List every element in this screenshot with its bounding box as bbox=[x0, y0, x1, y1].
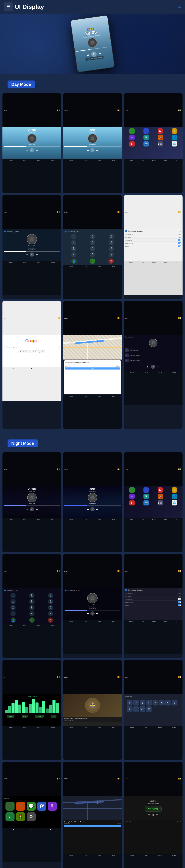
nm1-prev[interactable]: ⏮ bbox=[26, 508, 28, 510]
ncp-waze[interactable]: 🚦 bbox=[16, 812, 25, 821]
nag-app-more[interactable]: ●●● bbox=[158, 500, 163, 505]
dial-5[interactable]: 5JKL bbox=[90, 240, 95, 245]
nm2-progress[interactable] bbox=[64, 505, 121, 506]
nwv-btn-3[interactable]: TREBLE bbox=[35, 715, 44, 718]
sm1-progress[interactable] bbox=[4, 146, 60, 147]
nts-auto-answer[interactable]: Auto answer bbox=[125, 597, 181, 601]
nnav-turn-left[interactable]: ↖ bbox=[159, 700, 165, 706]
nbm-play[interactable]: ⏸ bbox=[90, 612, 95, 616]
nnav-center[interactable]: ◎ bbox=[146, 706, 152, 712]
app-vehiclecar[interactable]: 🚗 bbox=[158, 135, 163, 140]
hero-prev-button[interactable]: ⏮ bbox=[86, 53, 89, 57]
ncp-messages[interactable]: 💬 bbox=[27, 802, 36, 811]
nts-auto-connect-toggle[interactable] bbox=[178, 601, 181, 603]
app-browser[interactable]: 🌐 bbox=[172, 141, 177, 147]
nnav-left[interactable]: ← bbox=[146, 700, 152, 706]
nag-app-music[interactable]: 🎵 bbox=[129, 487, 135, 493]
dial-star[interactable]: * bbox=[71, 252, 76, 257]
app-settings[interactable]: ⚙ bbox=[172, 128, 177, 134]
nts-power[interactable]: Power bbox=[125, 604, 181, 607]
bts-auto-connect-toggle[interactable] bbox=[178, 242, 181, 244]
sm2-progress[interactable] bbox=[64, 146, 121, 147]
nag-app-phone[interactable]: 📞 bbox=[143, 487, 149, 493]
dial-0[interactable]: 0+ bbox=[90, 252, 95, 257]
app-more[interactable]: ●●● bbox=[158, 141, 163, 147]
nm2-prev[interactable]: ⏮ bbox=[87, 508, 89, 510]
nwv-btn-2[interactable]: MID bbox=[22, 715, 28, 718]
dial-2[interactable]: 2ABC bbox=[90, 234, 95, 239]
nnav-right[interactable]: → bbox=[133, 700, 139, 706]
sm2-play[interactable]: ⏸ bbox=[90, 148, 95, 152]
btm-prev[interactable]: ⏮ bbox=[26, 253, 28, 256]
sm2-next[interactable]: ⏭ bbox=[96, 149, 98, 152]
nnav-gps[interactable]: GPS bbox=[140, 706, 146, 712]
ncp-maps[interactable]: 🗺 bbox=[37, 802, 46, 811]
nm1-progress[interactable] bbox=[4, 505, 60, 506]
bts-power-toggle[interactable] bbox=[178, 245, 181, 247]
ndial-1[interactable]: 1 bbox=[10, 593, 16, 598]
ncp-phone[interactable]: 📞 bbox=[5, 802, 15, 811]
ndial-2[interactable]: 2ABC bbox=[29, 593, 34, 598]
sm2-prev[interactable]: ⏮ bbox=[87, 149, 89, 152]
nnp-next[interactable]: ⏭ bbox=[156, 813, 159, 816]
nnav-down[interactable]: ↓ bbox=[140, 700, 146, 706]
nbm-progress[interactable] bbox=[64, 610, 120, 611]
soc-play[interactable]: ⏸ bbox=[151, 365, 155, 369]
dial-6[interactable]: 6MNO bbox=[109, 240, 114, 245]
soc-prev[interactable]: ⏮ bbox=[147, 365, 150, 368]
nag-app-navi[interactable]: 🗺 bbox=[143, 494, 149, 499]
nm1-next[interactable]: ⏭ bbox=[35, 508, 38, 510]
ncp-music[interactable]: 🎵 bbox=[16, 802, 25, 811]
ndial-0[interactable]: 0 bbox=[29, 611, 34, 616]
nts-auto-connect[interactable]: Auto connect bbox=[125, 601, 181, 604]
nwv-btn-4[interactable]: EQ bbox=[51, 715, 56, 718]
nag-app-media[interactable]: ▶ bbox=[158, 487, 163, 493]
nph-hangup[interactable]: 📵 bbox=[48, 617, 53, 623]
ndial-hash[interactable]: # bbox=[48, 611, 53, 616]
google-search-btn[interactable]: Google Search bbox=[18, 350, 31, 353]
btp-contacts[interactable]: 👤 bbox=[71, 258, 77, 264]
app-youtube[interactable]: ▶ bbox=[129, 141, 135, 147]
nnav-home[interactable]: ⌂ bbox=[172, 700, 178, 706]
dial-3[interactable]: 3DEF bbox=[109, 234, 114, 239]
sm1-next[interactable]: ⏭ bbox=[35, 149, 38, 152]
btm-play[interactable]: ⏸ bbox=[30, 252, 34, 256]
nm2-play[interactable]: ⏸ bbox=[90, 507, 95, 511]
app-phone[interactable]: 📞 bbox=[143, 128, 149, 134]
ndial-9[interactable]: 9WXY bbox=[48, 605, 53, 610]
ncp-podcast[interactable]: 🎙 bbox=[48, 802, 57, 811]
nag-app-yt[interactable]: ▶ bbox=[129, 500, 135, 505]
dial-7[interactable]: 7PRS bbox=[71, 246, 76, 251]
nbm-prev[interactable]: ⏮ bbox=[87, 612, 89, 615]
ndial-3[interactable]: 3DEF bbox=[48, 593, 53, 598]
nnav-up[interactable]: ↑ bbox=[127, 700, 133, 706]
btm-next[interactable]: ⏭ bbox=[35, 253, 38, 256]
bts-power[interactable]: Power bbox=[125, 245, 181, 248]
bts-auto-connect[interactable]: Auto connect bbox=[125, 242, 181, 245]
nnav-zoom-in[interactable]: + bbox=[127, 706, 133, 712]
dial-1[interactable]: 1 bbox=[71, 234, 76, 239]
nnav-turn-right[interactable]: ↗ bbox=[153, 700, 158, 706]
ndial-star[interactable]: * bbox=[10, 611, 16, 616]
nph-contacts[interactable]: 👤 bbox=[10, 617, 16, 623]
ndial-4[interactable]: 4GHI bbox=[10, 599, 16, 604]
google-search-bar[interactable]: Search or type URL bbox=[4, 345, 60, 349]
app-telegram[interactable]: ✈ bbox=[129, 135, 135, 140]
nm2-next[interactable]: ⏭ bbox=[96, 508, 98, 510]
dial-hash[interactable]: # bbox=[109, 252, 114, 257]
ncp-settings[interactable]: ⚙ bbox=[27, 812, 36, 821]
soc-track-2[interactable]: ♫ 华乐_同乐_2.mp3 bbox=[125, 353, 181, 358]
nav-go-button[interactable]: GO bbox=[65, 367, 120, 370]
btp-call[interactable]: 📞 bbox=[90, 258, 95, 264]
nbm-next[interactable]: ⏭ bbox=[96, 612, 98, 615]
app-music[interactable]: 🎵 bbox=[129, 128, 135, 134]
nts-power-toggle[interactable] bbox=[178, 604, 181, 606]
ndial-6[interactable]: 6MNO bbox=[48, 599, 53, 604]
nav-menu-icon[interactable]: ≡ bbox=[178, 4, 181, 10]
ndial-5[interactable]: 5JKL bbox=[29, 599, 34, 604]
btm-progress[interactable] bbox=[4, 251, 60, 252]
hero-play-button[interactable]: ⏸ bbox=[91, 51, 97, 57]
dial-8[interactable]: 8TUV bbox=[90, 246, 95, 251]
nag-app-settings[interactable]: ⚙ bbox=[172, 487, 177, 493]
app-navi[interactable]: 🗺 bbox=[143, 135, 149, 140]
